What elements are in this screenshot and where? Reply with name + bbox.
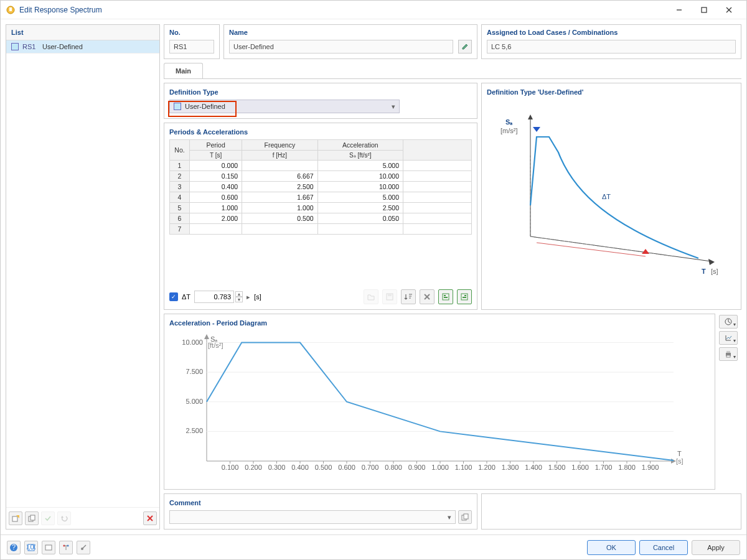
view-button[interactable] — [42, 541, 55, 554]
svg-line-93 — [728, 322, 730, 323]
main-tab[interactable]: Main — [164, 63, 203, 78]
svg-marker-10 — [61, 516, 63, 518]
cell-period[interactable]: 0.400 — [190, 182, 242, 192]
cell-freq[interactable]: 6.667 — [242, 171, 317, 182]
dt-bar: ✓ ΔT ▲▼ ▸ [s] — [169, 286, 472, 304]
cell-period[interactable]: 2.000 — [190, 213, 242, 224]
number-label: No. — [169, 29, 214, 36]
comment-combo[interactable]: ▾ — [169, 510, 456, 524]
svg-rect-3 — [702, 7, 707, 12]
cell-period[interactable]: 0.150 — [190, 171, 242, 182]
import-button[interactable] — [438, 289, 453, 304]
spin-down-icon[interactable]: ▼ — [235, 297, 243, 302]
export-button[interactable] — [457, 289, 472, 304]
svg-text:1.600: 1.600 — [571, 464, 589, 471]
cell-period[interactable]: 0.000 — [190, 161, 242, 171]
pin-button[interactable] — [77, 541, 90, 554]
svg-text:1.200: 1.200 — [478, 464, 496, 471]
svg-text:T: T — [702, 268, 706, 275]
svg-text:1.700: 1.700 — [595, 464, 613, 471]
svg-text:1.400: 1.400 — [525, 464, 542, 471]
periods-table[interactable]: No. Period Frequency Acceleration T [s] … — [169, 139, 472, 235]
preview-title: Definition Type 'User-Defined' — [487, 88, 736, 96]
dt-step-button[interactable]: ▸ — [247, 293, 250, 301]
chart-print-button[interactable] — [719, 347, 738, 361]
assigned-display: LC 5,6 — [487, 40, 736, 54]
cell-freq[interactable] — [242, 161, 317, 171]
titlebar: Edit Response Spectrum — [1, 1, 746, 19]
svg-rect-9 — [31, 515, 35, 520]
open-file-button — [364, 289, 378, 304]
cell-acc[interactable]: 10.000 — [317, 171, 403, 182]
svg-text:0,00: 0,00 — [27, 543, 35, 551]
help-button[interactable]: ? — [7, 541, 21, 554]
chevron-down-icon: ▾ — [392, 103, 395, 111]
cell-freq[interactable]: 1.667 — [242, 192, 317, 203]
cell-freq[interactable]: 2.500 — [242, 182, 317, 192]
close-button[interactable] — [716, 1, 741, 19]
definition-swatch — [174, 103, 181, 110]
svg-text:0.200: 0.200 — [245, 464, 262, 471]
cell-acc[interactable]: 10.000 — [317, 182, 403, 192]
list-panel: List RS1 User-Defined — [6, 24, 160, 530]
dt-spin[interactable]: ▲▼ — [194, 291, 243, 303]
number-input[interactable]: RS1 — [169, 40, 214, 54]
definition-select[interactable]: User-Defined ▾ — [169, 100, 400, 113]
maximize-button[interactable] — [692, 1, 716, 19]
units-button[interactable]: 0,00 — [24, 541, 38, 554]
periods-title: Periods & Accelerations — [169, 128, 472, 136]
copy-item-button[interactable] — [25, 511, 39, 525]
list-title: List — [6, 25, 159, 40]
cell-acc[interactable]: 0.050 — [317, 213, 403, 224]
edit-name-button[interactable] — [458, 40, 472, 54]
svg-text:1.300: 1.300 — [502, 464, 519, 471]
cell-period[interactable]: 1.000 — [190, 203, 242, 213]
svg-text:[ft/s²]: [ft/s²] — [208, 342, 223, 349]
svg-rect-96 — [726, 355, 730, 357]
table-row-num: 6 — [170, 213, 190, 224]
svg-text:2.500: 2.500 — [186, 427, 203, 434]
cell-freq[interactable]: 1.000 — [242, 203, 317, 213]
col-no: No. — [170, 140, 190, 161]
chart-title: Acceleration - Period Diagram — [169, 319, 710, 327]
new-item-button[interactable] — [9, 511, 22, 525]
sort-button[interactable] — [401, 289, 416, 304]
table-row-num: 7 — [170, 224, 190, 235]
definition-card: Definition Type User-Defined ▾ — [164, 83, 477, 119]
svg-text:[s]: [s] — [676, 457, 684, 465]
name-input[interactable]: User-Defined — [229, 40, 453, 54]
list-item[interactable]: RS1 User-Defined — [6, 40, 159, 54]
minimize-button[interactable] — [667, 1, 692, 19]
chart-type-button[interactable] — [719, 315, 738, 329]
cell-acc[interactable]: 5.000 — [317, 161, 403, 171]
tree-button[interactable] — [59, 541, 73, 554]
cell-acc[interactable]: 2.500 — [317, 203, 403, 213]
spin-up-icon[interactable]: ▲ — [235, 291, 243, 297]
cell-period[interactable] — [190, 224, 242, 235]
svg-text:1.500: 1.500 — [548, 464, 566, 471]
cell-freq[interactable]: 0.500 — [242, 213, 317, 224]
cancel-button[interactable]: Cancel — [639, 540, 688, 555]
svg-text:[m/s²]: [m/s²] — [500, 127, 518, 134]
delete-row-button[interactable] — [420, 289, 435, 304]
dt-input[interactable] — [194, 291, 234, 303]
svg-text:?: ? — [12, 543, 16, 551]
col-acc: Acceleration — [317, 140, 403, 151]
svg-text:1.800: 1.800 — [618, 464, 636, 471]
svg-marker-30 — [642, 249, 649, 254]
cell-freq[interactable] — [242, 224, 317, 235]
apply-button[interactable]: Apply — [692, 540, 740, 555]
cell-acc[interactable]: 5.000 — [317, 192, 403, 203]
svg-rect-18 — [444, 295, 446, 296]
periods-card: Periods & Accelerations No. Period Frequ… — [164, 123, 477, 310]
svg-rect-103 — [45, 545, 52, 550]
dt-checkbox[interactable]: ✓ — [169, 292, 178, 301]
cell-period[interactable]: 0.600 — [190, 192, 242, 203]
cell-acc[interactable] — [317, 224, 403, 235]
chart-axes-button[interactable] — [719, 331, 738, 345]
comment-library-button[interactable] — [458, 510, 472, 524]
delete-item-button[interactable] — [143, 511, 157, 525]
tabs: Main — [164, 63, 741, 79]
ok-button[interactable]: OK — [587, 540, 636, 555]
svg-text:1.900: 1.900 — [642, 464, 659, 471]
